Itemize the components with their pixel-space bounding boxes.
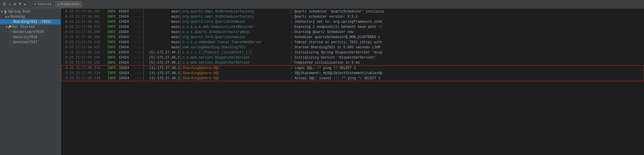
log-line: .0-23 21:17:05.334 INFO 15424 --- [(3)-1…	[61, 76, 644, 81]
dot-gray-icon-security: ●	[10, 36, 12, 39]
log-class: o.s.b.a.e.web.EndpointLinksResolver	[182, 24, 290, 30]
log-line: .0-23 21:17:04.419 INFO 15424 --- [main]…	[61, 40, 644, 45]
log-sep2: ]	[180, 40, 182, 45]
log-message: : Quartz scheduler 'quartzScheduler' ini…	[290, 9, 642, 14]
log-sep2: ]	[180, 50, 182, 55]
log-sep: --- [	[134, 35, 143, 40]
log-pid: 15424	[119, 66, 134, 71]
log-line: .0-23 21:17:04.421 INFO 15424 --- [main]…	[61, 45, 644, 50]
log-class: o.s.b.w.embedded.tomcat.TomcatWebServer	[182, 40, 290, 45]
log-sep2: ]	[180, 71, 183, 76]
tab-console-label: Console	[37, 2, 52, 6]
sidebar-label-security7018: Security7018	[13, 35, 37, 39]
toolbar-icon-add[interactable]: ✚	[23, 1, 27, 7]
log-thread: main	[143, 14, 180, 19]
log-pid: 15424	[119, 9, 134, 14]
log-message: : Quartz scheduler version: 2.3.2	[290, 14, 642, 19]
log-line: .0-23 21:17:04.398 INFO 15424 --- [main]…	[61, 35, 644, 40]
log-timestamp: .0-23 21:17:05.334	[64, 71, 108, 76]
log-sep: --- [	[134, 55, 143, 60]
log-sep2: ]	[180, 55, 182, 60]
log-thread: (5)-172.27.48.1	[143, 50, 180, 55]
log-message: : Scheduler quartzScheduler$_NON_CLUSTER…	[290, 35, 642, 40]
log-timestamp: .0-23 21:17:04.398	[63, 30, 107, 35]
log-timestamp: .0-23 21:17:04.373	[63, 24, 107, 30]
log-thread: main	[143, 35, 180, 40]
log-timestamp: .0-23 21:17:05.144	[63, 55, 107, 60]
spring-boot-icon: 🍃	[3, 10, 7, 14]
log-level: INFO	[107, 14, 119, 19]
log-line: .0-23 21:17:05.144 INFO 15424 --- [(5)-1…	[61, 50, 644, 55]
log-timestamp: .0-23 21:17:04.419	[63, 40, 107, 45]
log-sep2: ]	[180, 66, 183, 71]
log-thread: main	[143, 9, 180, 14]
sidebar-item-notstarted[interactable]: 🔑 Not Started	[0, 24, 61, 30]
log-sep: --- [	[134, 14, 143, 19]
tab-console[interactable]: ▶ Console	[32, 1, 54, 7]
log-line: .0-23 21:17:04.361 INFO 15424 --- [main]…	[61, 9, 644, 14]
endpoint-icon: ◉	[58, 2, 60, 6]
tab-endpoints[interactable]: ◉ Endpoints	[55, 1, 82, 7]
log-pid: 15424	[119, 50, 134, 55]
log-thread: main	[143, 40, 180, 45]
log-sep: --- [	[134, 19, 143, 24]
log-message: : Started Sharding7021 in 5.893 seconds …	[290, 45, 642, 50]
log-sep: --- [	[134, 45, 143, 50]
log-thread: (5)-172.27.48.1	[143, 60, 180, 65]
log-timestamp: .0-23 21:17:04.361	[63, 9, 107, 14]
log-line: .0-23 21:17:05.152 INFO 15424 --- [(5)-1…	[61, 60, 644, 65]
log-pid: 15424	[119, 71, 134, 76]
toolbar-icon-grid[interactable]: ⊞	[13, 1, 17, 7]
run-icon: ▶	[8, 15, 10, 18]
sidebar-item-dockerlearn7020[interactable]: ● DockerLearn7020	[0, 30, 61, 35]
log-message: : Actual SQL: slave1 ::: /* ping */ SELE…	[291, 76, 641, 81]
sidebar-item-springboot[interactable]: 🍃 Spring Boot	[0, 9, 61, 14]
log-class: org.quartz.core.QuartzScheduler	[182, 19, 290, 24]
log-sep: --- [	[134, 66, 143, 71]
sidebar-label-sentinel7017: Sentinel7017	[13, 40, 37, 44]
log-sep2: ]	[180, 30, 182, 35]
log-level: INFO	[107, 35, 119, 40]
sidebar-item-sharding7021[interactable]: ● Sharding7021 :7021/	[0, 19, 61, 24]
log-line: .0-23 21:17:04.373 INFO 15424 --- [main]…	[61, 24, 644, 30]
log-thread: main	[143, 30, 180, 35]
log-timestamp: .0-23 21:17:05.334	[64, 66, 108, 71]
log-timestamp: .0-23 21:17:05.152	[63, 60, 107, 65]
log-line: .0-23 21:17:05.144 INFO 15424 --- [(5)-1…	[61, 55, 644, 60]
log-pid: 15424	[119, 35, 134, 40]
log-thread: (3)-172.27.48.1	[143, 71, 180, 76]
log-timestamp: .0-23 21:17:04.398	[63, 35, 107, 40]
arrow-notstarted	[6, 26, 7, 29]
sidebar-item-security7018[interactable]: ● Security7018	[0, 35, 61, 40]
log-sep2: ]	[180, 35, 182, 40]
log-message: : Exposing 2 endpoint(s) beneath base pa…	[290, 24, 642, 30]
sidebar-item-running[interactable]: ▶ Running	[0, 14, 61, 19]
sidebar-item-sentinel7017[interactable]: ● Sentinel7017	[0, 40, 61, 45]
toolbar-icon-menu[interactable]: ☰	[2, 1, 7, 7]
log-sep2: ]	[180, 60, 182, 65]
log-level: INFO	[107, 30, 119, 35]
toolbar-icon-list[interactable]: ≔	[8, 1, 12, 7]
log-class: com.springSharding.Sharding7021	[182, 45, 290, 50]
log-level: INFO	[107, 50, 119, 55]
log-class: o.s.web.servlet.DispatcherServlet	[182, 60, 290, 65]
log-class: o.a.c.c.C.[Tomcat].[localhost].[/]	[182, 50, 290, 55]
log-class: o.s.s.quartz.SchedulerFactoryBean	[182, 30, 290, 35]
log-level: INFO	[107, 40, 119, 45]
log-timestamp: .0-23 21:17:04.421	[63, 45, 107, 50]
log-pid: 15424	[119, 55, 134, 60]
log-sep: --- [	[134, 9, 143, 14]
log-area[interactable]: .0-23 21:17:04.361 INFO 15424 --- [main]…	[61, 9, 644, 155]
log-sep2: ]	[180, 19, 182, 24]
log-sep2: ]	[180, 24, 182, 30]
sharding-log-group: .0-23 21:17:05.334 INFO 15424 --- [(3)-1…	[61, 65, 644, 81]
log-level: INFO	[107, 19, 119, 24]
log-sep: --- [	[134, 50, 143, 55]
log-thread: main	[143, 45, 180, 50]
toolbar-icon-filter[interactable]: ▼	[18, 1, 22, 7]
log-level: INFO	[107, 60, 119, 65]
log-thread: (3)-172.27.48.1	[143, 76, 180, 81]
log-pid: 15424	[119, 19, 134, 24]
log-pid: 15424	[119, 30, 134, 35]
log-message: : Initializing Servlet 'dispatcherServle…	[290, 55, 642, 60]
